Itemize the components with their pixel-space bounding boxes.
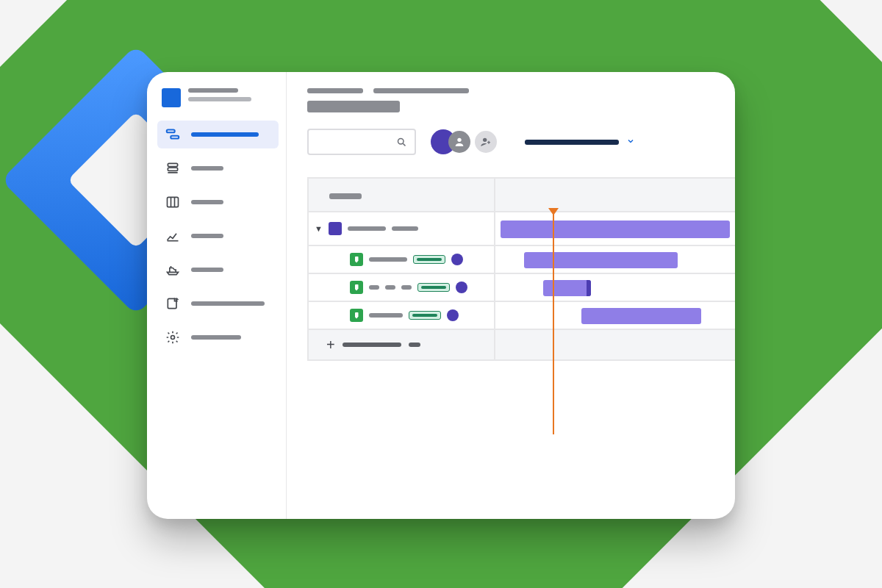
story-icon: [350, 253, 363, 266]
status-tag[interactable]: Done: [413, 255, 445, 264]
svg-rect-1: [171, 136, 179, 139]
svg-rect-0: [167, 130, 175, 133]
add-people-button[interactable]: [475, 131, 497, 153]
project-name: Project Name: [188, 88, 238, 93]
timeline-icon: [165, 126, 181, 143]
story-row-2[interactable]: Story two In progress: [309, 274, 494, 301]
backlog-icon: [165, 160, 181, 176]
sidebar-item-board[interactable]: Board: [157, 188, 279, 216]
project-avatar: [162, 88, 181, 107]
sidebar-item-timeline[interactable]: Timeline: [157, 121, 279, 148]
svg-point-7: [171, 336, 175, 340]
page-title: Timeline: [307, 101, 400, 112]
assignee-avatar[interactable]: [456, 282, 467, 293]
search-icon: [396, 137, 407, 148]
sidebar-item-settings[interactable]: Project settings: [157, 323, 279, 351]
chevron-down-icon: [626, 135, 635, 148]
story-row-3[interactable]: Story three To do: [309, 302, 494, 329]
svg-point-6: [176, 299, 177, 301]
app-window: Project Name Software project Timeline B…: [147, 72, 735, 519]
project-type: Software project: [188, 97, 251, 101]
svg-rect-4: [168, 197, 179, 207]
assignee-avatar[interactable]: [447, 309, 459, 321]
story-1-gantt-bar[interactable]: [524, 252, 678, 268]
avatar-user-2[interactable]: [448, 131, 470, 153]
epic-gantt-bar[interactable]: [501, 220, 731, 238]
chevron-down-icon[interactable]: ▼: [315, 224, 323, 233]
svg-point-10: [483, 138, 487, 142]
board-icon: [165, 194, 181, 210]
sidebar-item-backlog[interactable]: Backlog: [157, 154, 279, 182]
project-header[interactable]: Project Name Software project: [157, 85, 279, 121]
status-filter-dropdown[interactable]: Status category: [525, 135, 635, 148]
create-epic-button[interactable]: + Create epic: [309, 330, 494, 359]
today-line: Today: [553, 212, 554, 434]
sidebar-item-releases[interactable]: Releases: [157, 256, 279, 284]
sidebar: Project Name Software project Timeline B…: [147, 72, 287, 519]
sidebar-item-add-shortcut[interactable]: Add shortcut: [157, 290, 279, 318]
story-2-gantt-bar[interactable]: [543, 280, 591, 296]
main-content: Projects Project Name Timeline Status ca…: [287, 72, 735, 519]
story-3-gantt-bar[interactable]: [581, 308, 701, 324]
timeline: Today Epics ▼ PROJ-1 Epic summary: [307, 177, 735, 361]
reports-icon: [165, 228, 181, 244]
epic-row[interactable]: ▼ PROJ-1 Epic summary: [309, 212, 494, 245]
plus-icon: +: [326, 337, 335, 352]
breadcrumb[interactable]: Projects Project Name: [307, 88, 735, 93]
story-icon: [350, 309, 363, 322]
gear-icon: [165, 329, 181, 345]
status-tag[interactable]: To do: [409, 311, 441, 320]
search-input[interactable]: [307, 129, 416, 155]
svg-rect-2: [168, 163, 177, 166]
epics-column-header: Epics: [329, 193, 362, 199]
epic-icon: [329, 222, 342, 235]
ship-icon: [165, 262, 181, 278]
story-icon: [350, 281, 363, 294]
svg-point-8: [398, 138, 404, 144]
svg-rect-3: [168, 168, 177, 171]
toolbar: Status category: [307, 129, 735, 155]
timeline-date-header[interactable]: [495, 179, 735, 212]
assignee-avatar[interactable]: [451, 254, 463, 265]
status-tag[interactable]: In progress: [417, 283, 450, 292]
sidebar-item-reports[interactable]: Reports: [157, 222, 279, 250]
story-row-1[interactable]: Story one Done: [309, 246, 494, 273]
add-page-icon: [165, 295, 181, 312]
svg-point-9: [457, 138, 461, 142]
